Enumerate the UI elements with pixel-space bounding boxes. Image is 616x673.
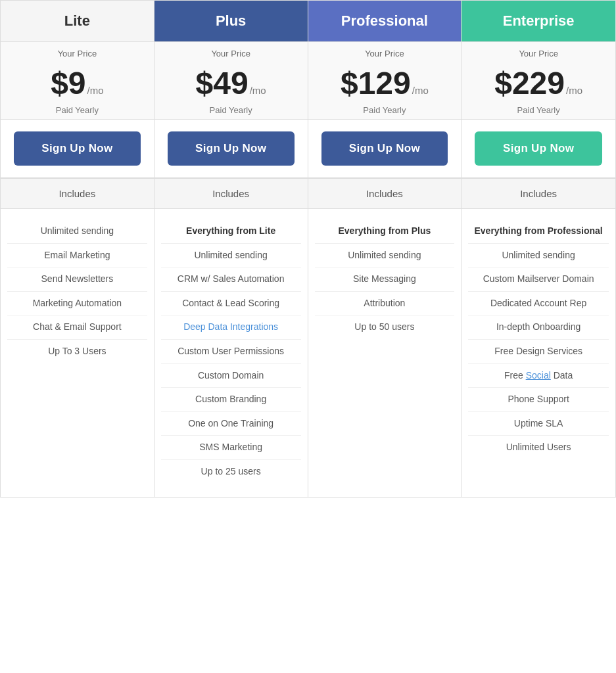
includes-header-ent: Includes: [462, 178, 615, 209]
price-cell-ent: Your Price $229 /mo Paid Yearly: [462, 41, 615, 120]
paid-yearly-ent: Paid Yearly: [468, 105, 609, 115]
header-lite: Lite: [1, 1, 154, 41]
feature-item: SMS Marketing: [161, 436, 301, 460]
feature-item: Chat & Email Support: [7, 315, 147, 340]
price-per-ent: /mo: [566, 85, 582, 96]
signup-cell-ent: Sign Up Now: [462, 120, 615, 178]
features-cell-plus: Everything from LiteUnlimited sendingCRM…: [154, 209, 308, 497]
feature-item: Unlimited sending: [315, 244, 455, 268]
price-label-ent: Your Price: [468, 49, 609, 58]
price-amount-lite: $9: [51, 65, 85, 101]
includes-header-pro: Includes: [308, 178, 462, 209]
feature-item: Site Messaging: [315, 267, 455, 292]
price-per-pro: /mo: [412, 85, 429, 96]
signup-button-ent[interactable]: Sign Up Now: [475, 131, 602, 166]
feature-item: In-depth Onboarding: [468, 315, 609, 340]
price-label-lite: Your Price: [7, 49, 147, 58]
feature-item: Everything from Lite: [161, 220, 301, 244]
feature-item: Custom Domain: [161, 364, 301, 388]
price-per-lite: /mo: [87, 85, 104, 96]
price-amount-pro: $129: [341, 65, 411, 101]
feature-item: CRM w/ Sales Automation: [161, 267, 301, 292]
feature-item: Send Newsletters: [7, 267, 147, 292]
signup-button-pro[interactable]: Sign Up Now: [321, 131, 448, 166]
header-pro: Professional: [308, 1, 462, 41]
social-link[interactable]: Social: [526, 370, 551, 381]
price-amount-ent: $229: [494, 65, 565, 101]
feature-item: Free Design Services: [468, 340, 609, 364]
features-cell-ent: Everything from ProfessionalUnlimited se…: [462, 209, 615, 497]
paid-yearly-lite: Paid Yearly: [7, 105, 147, 115]
signup-cell-lite: Sign Up Now: [1, 120, 154, 178]
price-cell-plus: Your Price $49 /mo Paid Yearly: [154, 41, 308, 120]
feature-item: Dedicated Account Rep: [468, 292, 609, 316]
includes-header-lite: Includes: [1, 178, 154, 209]
price-per-plus: /mo: [250, 85, 266, 96]
pricing-table: LitePlusProfessionalEnterprise Your Pric…: [0, 0, 616, 498]
feature-item: Up to 25 users: [161, 460, 301, 484]
feature-item: One on One Training: [161, 412, 301, 436]
feature-item: Everything from Plus: [315, 220, 455, 244]
feature-item: Unlimited sending: [7, 220, 147, 244]
price-label-plus: Your Price: [161, 49, 301, 58]
feature-item: Up to 50 users: [315, 315, 455, 339]
features-cell-lite: Unlimited sendingEmail MarketingSend New…: [1, 209, 154, 497]
price-amount-plus: $49: [196, 65, 249, 101]
feature-item: Unlimited Users: [468, 436, 609, 459]
signup-cell-plus: Sign Up Now: [154, 120, 308, 178]
feature-item: Unlimited sending: [161, 244, 301, 268]
header-plus: Plus: [154, 1, 308, 41]
feature-item: Free Social Data: [468, 364, 609, 388]
feature-item: Phone Support: [468, 388, 609, 412]
feature-item: Custom Branding: [161, 388, 301, 412]
features-cell-pro: Everything from PlusUnlimited sendingSit…: [308, 209, 462, 497]
feature-item: Deep Data Integrations: [161, 315, 301, 340]
paid-yearly-pro: Paid Yearly: [315, 105, 455, 115]
feature-item: Custom User Permissions: [161, 340, 301, 364]
signup-button-plus[interactable]: Sign Up Now: [168, 131, 295, 166]
signup-button-lite[interactable]: Sign Up Now: [14, 131, 141, 166]
feature-item: Attribution: [315, 292, 455, 316]
price-label-pro: Your Price: [315, 49, 455, 58]
includes-header-plus: Includes: [154, 178, 308, 209]
feature-item: Uptime SLA: [468, 412, 609, 436]
feature-item: Email Marketing: [7, 244, 147, 268]
feature-item: Unlimited sending: [468, 244, 609, 268]
price-cell-lite: Your Price $9 /mo Paid Yearly: [1, 41, 154, 120]
feature-item: Up To 3 Users: [7, 340, 147, 363]
feature-item: Marketing Automation: [7, 292, 147, 316]
price-cell-pro: Your Price $129 /mo Paid Yearly: [308, 41, 462, 120]
paid-yearly-plus: Paid Yearly: [161, 105, 301, 115]
feature-item: Everything from Professional: [468, 220, 609, 244]
header-ent: Enterprise: [462, 1, 615, 41]
feature-item: Custom Mailserver Domain: [468, 267, 609, 292]
feature-item: Contact & Lead Scoring: [161, 292, 301, 316]
signup-cell-pro: Sign Up Now: [308, 120, 462, 178]
